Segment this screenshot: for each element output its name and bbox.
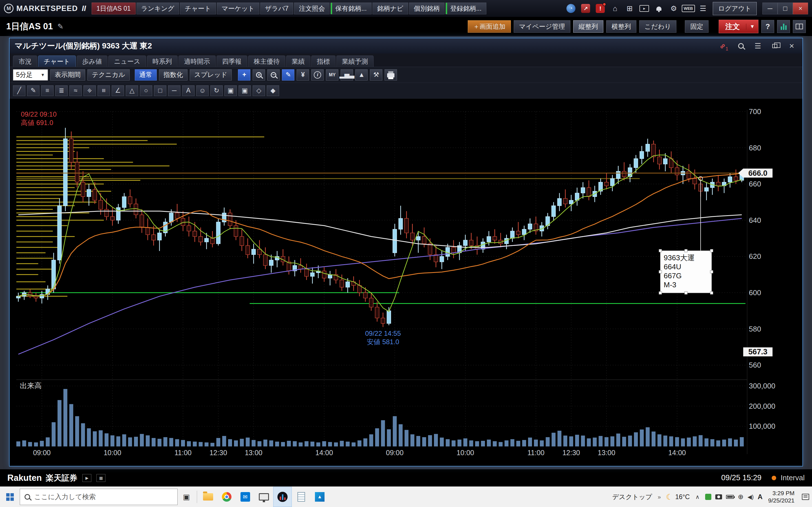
period-select[interactable]: 5分足 ▼ [13,69,48,80]
zoom-in-icon[interactable]: + [253,69,265,80]
wrench-icon[interactable]: ⚒ [370,69,382,80]
zoom-out-icon[interactable]: − [267,69,280,80]
panel-grid-icon[interactable]: ▦ [96,474,105,482]
text-annotation-icon[interactable]: A [182,86,195,96]
taskbar-search-input[interactable]: ここに入力して検索 [20,489,177,505]
add-window-icon[interactable]: ⊞ [624,3,635,14]
add-screen-button[interactable]: ＋画面追加 [468,20,511,33]
kodawari-button[interactable]: こだわり [639,20,676,33]
tray-expand-icon[interactable]: ∧ [695,494,700,500]
battery-icon[interactable] [726,495,734,499]
tab-6[interactable]: 適時開示 [179,55,216,67]
help-button[interactable]: ? [761,20,774,33]
info-icon[interactable]: i [311,69,324,80]
display-range-button[interactable]: 表示期間 [50,69,85,80]
duplicate-icon[interactable]: ▣ [239,86,251,96]
ellipse-icon[interactable]: ○ [140,86,152,96]
bell-icon[interactable] [654,3,664,14]
tab-2[interactable]: チャート [38,55,76,67]
ime-icon[interactable]: A [758,493,762,501]
mode-button-1[interactable]: 通常 [135,69,157,80]
segment-icon[interactable]: ─ [168,86,181,96]
polygon-icon[interactable]: △ [126,86,138,96]
minimize-button[interactable]: ─ [762,3,777,14]
my-indicator-icon[interactable]: MY [326,69,338,80]
rectangle-icon[interactable]: □ [154,86,166,96]
vertical-align-button[interactable]: 縦整列 [573,20,603,33]
yen-display-icon[interactable]: ¥ [297,69,309,80]
duplicate-window-icon[interactable] [769,40,780,52]
mypage-manage-button[interactable]: マイページ管理 [514,20,570,33]
tab-11[interactable]: 業績予測 [336,55,373,67]
copy-icon[interactable]: ▣ [224,86,237,96]
notepad-button[interactable] [292,487,310,507]
speaker-icon[interactable]: ◀) [748,494,754,500]
chrome-button[interactable] [217,487,236,507]
mode-button-2[interactable]: 指数化 [159,69,188,80]
menu-tab-10[interactable]: 登録銘柄... [446,3,486,14]
pin-button[interactable]: 固定 [685,20,709,33]
tab-7[interactable]: 四季報 [216,55,247,67]
crosshair-icon[interactable]: + [238,69,250,80]
vertical-lines-icon[interactable]: ≡ [98,86,110,96]
menu-tab-3[interactable]: チャート [180,3,216,14]
stamp-icon[interactable]: ☺ [196,86,209,96]
draw-mode-icon[interactable]: ✎ [282,69,294,80]
technical-button[interactable]: テクニカル [87,69,130,80]
tab-1[interactable]: 市況 [13,55,37,67]
web-icon[interactable]: WEB [683,3,694,14]
maximize-button[interactable]: □ [777,3,793,14]
taskbar-clock[interactable]: 3:29 PM 9/25/2021 [768,490,795,504]
action-center-icon[interactable] [802,494,809,500]
tab-3[interactable]: 歩み値 [77,55,108,67]
mode-button-3[interactable]: スプレッド [190,69,232,80]
alert-icon[interactable]: ! [595,3,606,14]
angle-line-icon[interactable]: ∠ [112,86,124,96]
task-view-button[interactable]: ▣ [177,487,195,507]
tab-8[interactable]: 株主優待 [248,55,285,67]
tray-app-icon[interactable] [705,494,711,500]
chart-canvas[interactable]: 666.0567.309/22 09:10高値 691.009/22 14:55… [10,99,802,466]
logout-button[interactable]: ログアウト [713,2,757,15]
rotate-icon[interactable]: ↻ [210,86,223,96]
window-menu-icon[interactable]: ☰ [752,40,763,52]
my-chart-icon[interactable]: ▂▅▃ [341,69,353,80]
wave-line-icon[interactable]: ≈ [69,86,82,96]
desktop-toolbar-label[interactable]: デスクトップ [612,493,652,501]
photos-button[interactable]: ▲ [310,487,329,507]
hline-set-icon[interactable]: ≡ [41,86,54,96]
network-icon[interactable]: ⊕ [738,493,744,501]
tab-5[interactable]: 時系列 [147,55,177,67]
horizontal-align-button[interactable]: 横整列 [606,20,637,33]
tab-9[interactable]: 業績 [286,55,310,67]
link-icon[interactable]: ∞1 [718,40,730,52]
tab-10[interactable]: 指標 [311,55,336,67]
chevron-icon[interactable]: » [658,494,660,500]
menu-tab-6[interactable]: 注文照会 [294,3,329,14]
close-button[interactable]: × [793,3,808,14]
home-icon[interactable]: ⌂ [610,3,620,14]
erase-all-icon[interactable]: ◆ [267,86,279,96]
menu-tab-4[interactable]: マーケット [217,3,259,14]
menu-tab-2[interactable]: ランキング [137,3,179,14]
marketspeed-taskbar-button[interactable] [273,487,292,507]
explorer-button[interactable] [199,487,217,507]
display-button[interactable] [255,487,273,507]
weather-widget[interactable]: ☾ 16°C [666,492,690,502]
menu-tab-8[interactable]: 銘柄ナビ [372,3,408,14]
hline-dense-icon[interactable]: ≣ [55,86,68,96]
mail-button[interactable]: ✉ [236,487,255,507]
menu-tab-5[interactable]: ザラバ7 [260,3,293,14]
order-caret-icon[interactable]: ▼ [746,24,758,30]
menu-tab-1[interactable]: 1日信AS 01 [92,3,135,14]
close-window-icon[interactable]: × [786,40,797,52]
expand-panel-icon[interactable]: ▶ [82,474,91,482]
cast-icon[interactable]: ▸ [639,3,650,14]
settings-gear-icon[interactable]: ⚙ [668,3,679,14]
tab-4[interactable]: ニュース [108,55,146,67]
search-icon[interactable] [735,40,747,52]
quote-sphere-icon[interactable]: ◔ [566,3,576,14]
chart-shortcut-button[interactable] [777,20,790,33]
window-title-bar[interactable]: マルチツール(個別銘柄) 9363 大運 東2 ∞1 ☰ × [10,38,802,54]
menu-tab-7[interactable]: 保有銘柄... [331,3,371,14]
